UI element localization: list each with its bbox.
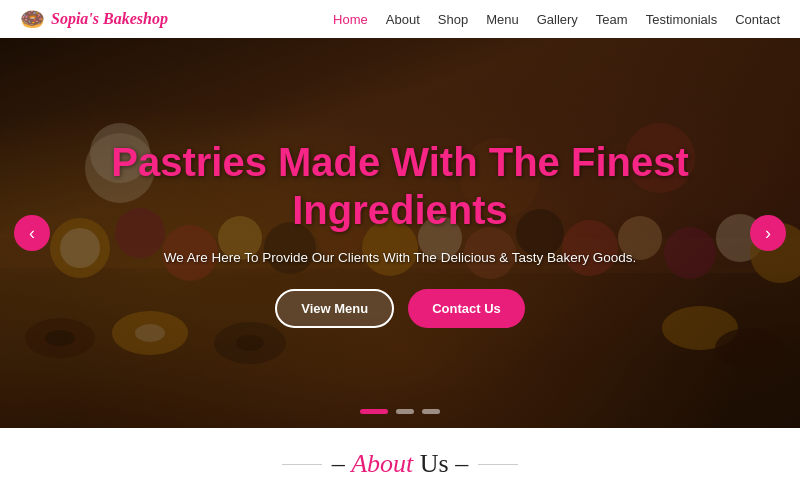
carousel-dot-2[interactable] — [396, 409, 414, 414]
nav-home[interactable]: Home — [333, 12, 368, 27]
nav-testimonials[interactable]: Testimonials — [646, 12, 718, 27]
nav-gallery[interactable]: Gallery — [537, 12, 578, 27]
hero-title: Pastries Made With The Finest Ingredient… — [20, 138, 780, 234]
navbar: 🍩 Sopia's Bakeshop Home About Shop Menu … — [0, 0, 800, 38]
about-section: – About Us – — [0, 428, 800, 500]
hero-subtitle: We Are Here To Provide Our Clients With … — [164, 250, 636, 265]
nav-contact[interactable]: Contact — [735, 12, 780, 27]
nav-team[interactable]: Team — [596, 12, 628, 27]
view-menu-button[interactable]: View Menu — [275, 289, 394, 328]
carousel-prev-button[interactable]: ‹ — [14, 215, 50, 251]
nav-about[interactable]: About — [386, 12, 420, 27]
about-separator: – — [332, 449, 352, 478]
nav-menu[interactable]: Menu — [486, 12, 519, 27]
carousel-next-button[interactable]: › — [750, 215, 786, 251]
carousel-dot-1[interactable] — [360, 409, 388, 414]
hero-section: ‹ Pastries Made With The Finest Ingredie… — [0, 38, 800, 428]
carousel-indicators — [360, 409, 440, 414]
carousel-dot-3[interactable] — [422, 409, 440, 414]
about-divider-left — [282, 464, 322, 465]
brand-name: Sopia's Bakeshop — [51, 10, 168, 28]
contact-us-button[interactable]: Contact Us — [408, 289, 525, 328]
about-italic-label: About — [351, 449, 413, 478]
hero-content: Pastries Made With The Finest Ingredient… — [0, 38, 800, 428]
about-divider-right — [478, 464, 518, 465]
hero-buttons: View Menu Contact Us — [275, 289, 525, 328]
nav-shop[interactable]: Shop — [438, 12, 468, 27]
about-title: – About Us – — [332, 449, 469, 479]
brand: 🍩 Sopia's Bakeshop — [20, 7, 168, 31]
nav-links: Home About Shop Menu Gallery Team Testim… — [333, 12, 780, 27]
about-us-label: Us — [420, 449, 449, 478]
brand-icon: 🍩 — [20, 7, 45, 31]
